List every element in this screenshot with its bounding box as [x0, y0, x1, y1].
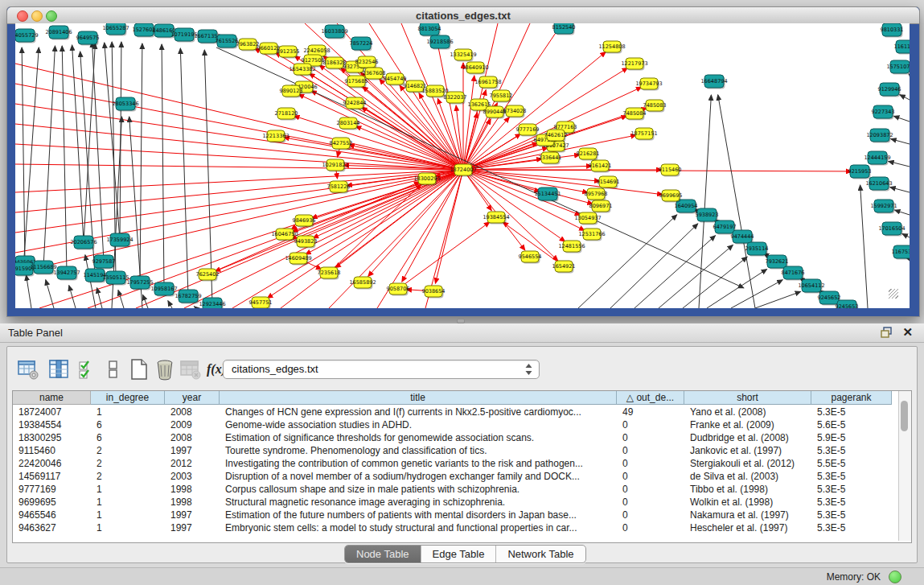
- graph-node-yellow[interactable]: 13054937: [574, 212, 601, 225]
- graph-node-yellow[interactable]: 2803144: [337, 117, 360, 130]
- delete-button[interactable]: [154, 358, 176, 381]
- graph-node-yellow[interactable]: 1654921: [552, 261, 576, 274]
- graph-node-yellow[interactable]: 13325419: [450, 49, 476, 62]
- graph-node-teal[interactable]: 7615526: [216, 35, 239, 49]
- graph-node-yellow[interactable]: 8232546: [355, 56, 379, 69]
- graph-node-teal[interactable]: 16033809: [321, 25, 347, 39]
- graph-node-yellow[interactable]: 9546554: [519, 251, 542, 264]
- citation-edge[interactable]: [118, 290, 124, 308]
- citation-edge-red[interactable]: [435, 170, 463, 283]
- cell-in_degree[interactable]: 2: [91, 457, 165, 470]
- cell-year[interactable]: 2008: [165, 431, 220, 444]
- cell-name[interactable]: 19384554: [13, 418, 91, 431]
- graph-node-teal[interactable]: 8152540: [552, 23, 576, 35]
- cell-pagerank[interactable]: 5.3E-5: [811, 470, 892, 483]
- cell-name[interactable]: 18300295: [13, 431, 91, 444]
- graph-node-yellow[interactable]: 8322037: [444, 92, 467, 105]
- graph-node-yellow[interactable]: 9493823: [294, 236, 318, 249]
- cell-short[interactable]: Dudbridge et al. (2008): [684, 431, 811, 444]
- citation-edge[interactable]: [92, 42, 104, 262]
- citation-edge-red[interactable]: [15, 170, 463, 192]
- graph-node-yellow[interactable]: 11254808: [598, 41, 625, 54]
- window-titlebar[interactable]: citations_edges.txt: [7, 7, 919, 24]
- citation-edge[interactable]: [755, 291, 801, 308]
- cell-out_de[interactable]: 0: [617, 444, 684, 457]
- citation-edge[interactable]: [22, 47, 25, 262]
- graph-node-teal[interactable]: 19218586: [426, 35, 453, 50]
- graph-node-teal[interactable]: 15751074: [886, 60, 910, 75]
- citation-edge[interactable]: [731, 280, 782, 308]
- table-row[interactable]: 1872400712008Changes of HCN gene express…: [13, 406, 892, 418]
- table-row[interactable]: 2242004622012Investigating the contribut…: [13, 457, 892, 470]
- cell-name[interactable]: 18724007: [13, 406, 91, 418]
- citation-network-graph[interactable]: 2405572920891406964957510655287152760284…: [15, 23, 910, 308]
- graph-node-yellow[interactable]: 7485083: [643, 100, 667, 113]
- citation-edge-red[interactable]: [463, 170, 588, 192]
- cell-title[interactable]: Disruption of a novel member of a sodium…: [220, 470, 617, 483]
- citation-edge[interactable]: [893, 116, 910, 122]
- graph-node-teal[interactable]: 15134451: [534, 187, 561, 202]
- graph-node-teal[interactable]: 28053346: [112, 97, 138, 112]
- cell-title[interactable]: Structural magnetic resonance image aver…: [220, 496, 617, 509]
- graph-node-teal[interactable]: 8471676: [782, 266, 805, 281]
- cell-out_de[interactable]: 0: [617, 521, 684, 534]
- graph-node-yellow[interactable]: 9846936: [293, 215, 316, 228]
- graph-node-teal[interactable]: 9129946: [878, 83, 901, 97]
- graph-node-yellow[interactable]: 8216281: [577, 148, 600, 161]
- cell-out_de[interactable]: 0: [617, 431, 684, 444]
- graph-node-yellow[interactable]: 9699695: [659, 190, 683, 203]
- citation-edge[interactable]: [909, 74, 910, 75]
- graph-node-teal[interactable]: 16782759: [175, 290, 201, 304]
- citation-edge[interactable]: [46, 280, 54, 308]
- tab-node-table[interactable]: Node Table: [345, 546, 421, 562]
- column-header-short[interactable]: short: [684, 391, 811, 405]
- table-row[interactable]: 1830029562008Estimation of significance …: [13, 431, 892, 444]
- graph-node-yellow[interactable]: 2718120: [275, 108, 298, 121]
- citation-edge[interactable]: [140, 43, 142, 282]
- graph-node-yellow[interactable]: 6734028: [503, 105, 527, 118]
- cell-short[interactable]: Nakamura et al. (1997): [684, 509, 811, 521]
- graph-node-teal[interactable]: 17957255: [126, 276, 153, 290]
- cell-year[interactable]: 1998: [165, 483, 220, 496]
- citation-edge[interactable]: [84, 43, 95, 242]
- cell-in_degree[interactable]: 1: [91, 521, 165, 534]
- graph-node-teal[interactable]: 13505115: [102, 271, 129, 286]
- column-header-name[interactable]: name: [13, 391, 91, 405]
- citation-edge[interactable]: [180, 48, 188, 296]
- cell-short[interactable]: de Silva et al. (2003): [684, 470, 811, 483]
- graph-node-yellow[interactable]: 9457751: [249, 297, 273, 308]
- graph-node-teal[interactable]: 1161175: [894, 40, 910, 55]
- column-header-out_de[interactable]: △ out_de...: [617, 391, 684, 405]
- graph-node-teal[interactable]: 8813054: [418, 23, 441, 37]
- cell-title[interactable]: Embryonic stem cells: a model to study s…: [220, 521, 617, 534]
- graph-node-yellow[interactable]: 16585892: [349, 277, 376, 290]
- cell-out_de[interactable]: 49: [617, 406, 684, 418]
- cell-in_degree[interactable]: 1: [91, 496, 165, 509]
- memory-status-icon[interactable]: [889, 571, 901, 583]
- close-panel-icon[interactable]: ✕: [902, 326, 913, 339]
- cell-title[interactable]: Estimation of the future numbers of pati…: [220, 509, 617, 521]
- cell-year[interactable]: 2012: [165, 457, 220, 470]
- graph-node-teal[interactable]: 9245653: [836, 300, 859, 308]
- graph-node-teal[interactable]: 5938923: [696, 208, 719, 223]
- cell-out_de[interactable]: 0: [617, 509, 684, 521]
- graph-node-teal[interactable]: 12923446: [199, 298, 225, 308]
- graph-node-yellow[interactable]: 7462612: [544, 130, 568, 142]
- cell-pagerank[interactable]: 5.3E-5: [811, 406, 892, 418]
- graph-node-yellow[interactable]: 8096971: [589, 200, 613, 213]
- graph-node-yellow[interactable]: 9154691: [597, 176, 620, 189]
- graph-node-yellow[interactable]: 9058706: [387, 283, 410, 296]
- network-canvas[interactable]: 2405572920891406964957510655287152760284…: [15, 23, 910, 308]
- citation-edge[interactable]: [62, 46, 67, 273]
- cell-name[interactable]: 9463627: [13, 521, 91, 534]
- citation-edge[interactable]: [97, 288, 102, 308]
- graph-node-yellow[interactable]: 8912355: [277, 46, 300, 59]
- graph-node-yellow[interactable]: 7625402: [196, 269, 220, 282]
- citation-edge[interactable]: [23, 47, 39, 269]
- graph-node-teal[interactable]: 16210643: [865, 177, 892, 192]
- citation-edge[interactable]: [902, 233, 910, 237]
- graph-node-teal[interactable]: 9810331: [881, 23, 904, 38]
- graph-node-teal[interactable]: 9297587: [92, 255, 116, 270]
- graph-node-yellow[interactable]: 16543382: [289, 64, 315, 76]
- graph-node-yellow[interactable]: 19384554: [483, 212, 509, 225]
